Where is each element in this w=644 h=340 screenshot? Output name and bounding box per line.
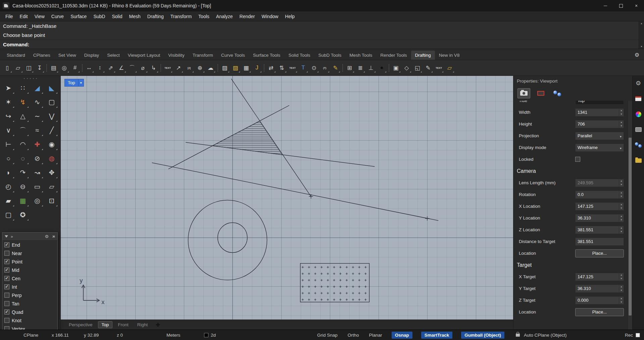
toolbar-button[interactable]: [341, 63, 344, 73]
move-tool-icon[interactable]: ✥: [45, 166, 58, 179]
osnap-row[interactable]: End: [2, 241, 57, 249]
toolbar-tab[interactable]: Select: [103, 51, 124, 60]
osnap-checkbox[interactable]: [4, 318, 9, 323]
cplane-corner-icon[interactable]: ◢: [31, 81, 44, 95]
toolbar-tab[interactable]: Curve Tools: [217, 51, 249, 60]
osnap-row[interactable]: Quad: [2, 308, 57, 316]
line-tool-icon[interactable]: ╱: [45, 124, 58, 137]
property-control[interactable]: Place...: [575, 308, 624, 316]
blend-curve-icon[interactable]: ↝: [31, 166, 44, 179]
menu-item[interactable]: View: [31, 11, 48, 21]
property-control[interactable]: 1341: [575, 108, 624, 116]
dim-vertical-icon[interactable]: ↕: [95, 63, 105, 73]
spinner-icon[interactable]: [619, 285, 624, 292]
toolbar-tab[interactable]: Standard: [3, 51, 29, 60]
property-control[interactable]: 0.0: [575, 191, 624, 199]
sheets-icon[interactable]: ▣: [391, 63, 401, 73]
leader-2-icon[interactable]: [2]: [184, 63, 194, 73]
star-tool-icon[interactable]: ✪: [16, 208, 30, 222]
viewport-tab[interactable]: Perspective: [65, 321, 96, 328]
edit-text-icon[interactable]: TEXT: [287, 63, 298, 73]
toolbar-options-gear-icon[interactable]: ⚙: [633, 52, 641, 60]
menu-item[interactable]: Solid: [108, 11, 126, 21]
record-history-button[interactable]: Rec: [625, 333, 640, 338]
menu-item[interactable]: Edit: [16, 11, 31, 21]
lock-icon[interactable]: [516, 334, 520, 337]
spinner-icon[interactable]: [619, 273, 624, 281]
grid-tool-icon[interactable]: ▦: [16, 194, 30, 207]
freeform-curve-icon[interactable]: ∿: [31, 95, 44, 109]
folder-panel-icon[interactable]: [634, 156, 643, 164]
marker-icon[interactable]: ✎: [423, 63, 433, 73]
toolbar-button[interactable]: [81, 63, 84, 73]
property-control[interactable]: 147.125: [575, 273, 624, 281]
toolbar-button[interactable]: [216, 63, 219, 73]
circle-tangent-icon[interactable]: ⊘: [31, 152, 44, 165]
viewport-title-menu[interactable]: Top: [64, 79, 84, 87]
swap-annotation-icon[interactable]: ⇄: [266, 63, 276, 73]
toolbar-button[interactable]: [159, 63, 162, 73]
spinner-icon[interactable]: [619, 179, 624, 187]
close-button[interactable]: ×: [629, 0, 644, 11]
viewport[interactable]: Top: [61, 76, 513, 320]
osnap-row[interactable]: Cen: [2, 274, 57, 283]
rect-points-icon[interactable]: ⊡: [45, 194, 58, 207]
osnap-checkbox[interactable]: [4, 293, 9, 298]
hatch-cross-icon[interactable]: ▦: [241, 63, 251, 73]
toolbar-tab[interactable]: Viewport Layout: [124, 51, 164, 60]
maximize-button[interactable]: [613, 0, 629, 11]
update-dim-icon[interactable]: ⇅: [277, 63, 287, 73]
square-tool-icon[interactable]: ▢: [2, 208, 15, 222]
spinner-icon[interactable]: [619, 109, 624, 116]
spinner-icon[interactable]: [619, 120, 624, 128]
ellipsoid-icon[interactable]: ◴: [2, 180, 15, 193]
hidden-lines-icon[interactable]: ≣: [355, 63, 365, 73]
copy-flat-icon[interactable]: ◱: [412, 63, 423, 73]
menu-item[interactable]: Help: [282, 11, 298, 21]
property-control[interactable]: [575, 155, 624, 163]
new-file-icon[interactable]: ▯: [2, 63, 12, 73]
osnap-panel-header[interactable]: » ⚙ ×: [2, 233, 57, 241]
text-dot-icon[interactable]: TEXT: [434, 63, 444, 73]
osnap-row[interactable]: Point: [2, 257, 57, 266]
locked-checkbox[interactable]: [575, 157, 580, 162]
add-viewport-button[interactable]: ✚: [153, 322, 163, 328]
circle-marked-icon[interactable]: ◍: [45, 152, 58, 165]
circle-deformable-icon[interactable]: ◉: [45, 138, 58, 151]
rounded-rect-tool-icon[interactable]: ▢: [45, 95, 58, 109]
property-control[interactable]: Top: [575, 101, 624, 105]
pencil-icon[interactable]: ✎: [330, 63, 341, 73]
viewport-tab[interactable]: Top: [98, 321, 113, 328]
material-properties-tab[interactable]: [534, 88, 547, 98]
text-props-icon[interactable]: (T): [319, 63, 330, 73]
menu-item[interactable]: Window: [258, 11, 282, 21]
properties-scrollbar[interactable]: [628, 101, 632, 330]
panel-gear-icon[interactable]: ⚙: [634, 79, 643, 87]
sketch-curve-icon[interactable]: ≈: [31, 124, 44, 137]
text-tool-icon[interactable]: TEXT: [162, 63, 173, 73]
menu-item[interactable]: Render: [236, 11, 258, 21]
osnap-row[interactable]: Near: [2, 249, 57, 257]
points-grid-icon[interactable]: ∷: [16, 81, 30, 95]
osnap-row[interactable]: Knot: [2, 316, 57, 325]
color-wheel-icon[interactable]: [634, 110, 643, 118]
property-control[interactable]: 381.551: [575, 238, 624, 246]
libraries-panel-icon[interactable]: [634, 141, 643, 149]
osnap-checkbox[interactable]: [4, 301, 9, 306]
command-scrollbar[interactable]: [639, 21, 644, 49]
osnap-row[interactable]: Perp: [2, 291, 57, 299]
status-toggle[interactable]: Gumball (Object): [461, 332, 504, 339]
status-toggle[interactable]: Planar: [368, 332, 383, 339]
explode-star-icon[interactable]: ✶: [2, 95, 15, 109]
toolbar-tab[interactable]: Display: [80, 51, 103, 60]
dim-height-icon[interactable]: ⊥: [366, 63, 376, 73]
text-blue-icon[interactable]: T: [298, 63, 308, 73]
circle-tool-icon[interactable]: ○: [2, 152, 15, 165]
layers-panel-icon[interactable]: [634, 95, 643, 103]
filter-icon[interactable]: [5, 235, 8, 238]
notes-icon[interactable]: ▤: [48, 63, 59, 73]
parallelogram-icon[interactable]: ▰: [2, 194, 15, 207]
menu-item[interactable]: File: [2, 11, 16, 21]
scrollbar-thumb[interactable]: [629, 138, 632, 315]
minimize-button[interactable]: ─: [598, 0, 613, 11]
